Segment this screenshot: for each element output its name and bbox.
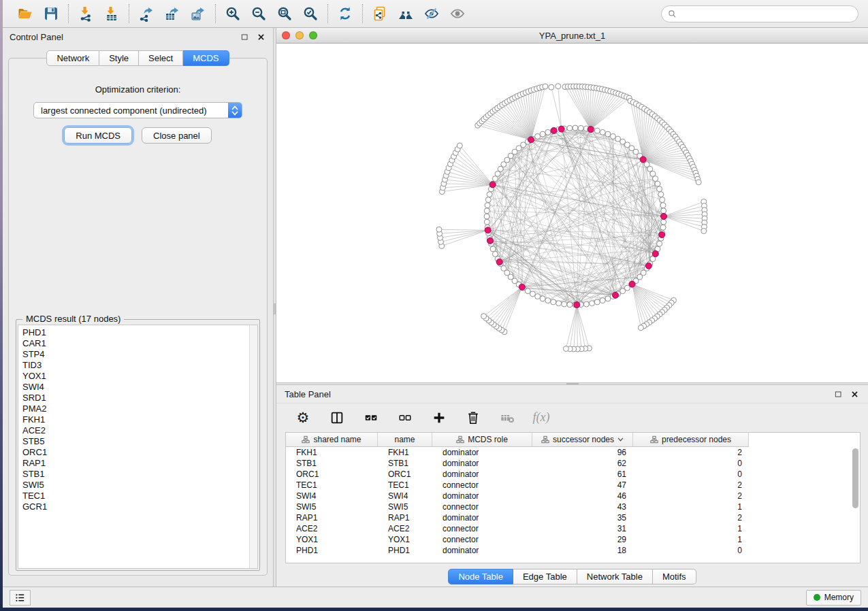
zoom-out-button[interactable] [248, 3, 270, 24]
leaf-node[interactable] [638, 325, 643, 331]
mcds-node-item[interactable]: RAP1 [22, 458, 257, 469]
search-box[interactable] [661, 5, 858, 22]
mcds-hub-node[interactable] [574, 302, 580, 308]
hide-details-button[interactable] [421, 3, 443, 24]
leaf-node[interactable] [481, 314, 487, 319]
horizontal-splitter[interactable] [276, 382, 868, 385]
share-document-button[interactable] [369, 3, 391, 24]
tab-motifs[interactable]: Motifs [653, 569, 696, 584]
network-node[interactable] [492, 251, 498, 257]
network-node[interactable] [535, 133, 541, 139]
network-node[interactable] [487, 192, 492, 197]
window-minimize-icon[interactable] [295, 31, 304, 39]
network-node[interactable] [545, 129, 551, 135]
table-row[interactable]: SWI4SWI4dominator462 [286, 491, 860, 501]
mcds-node-item[interactable]: STB5 [22, 436, 257, 447]
run-mcds-button[interactable]: Run MCDS [64, 127, 132, 144]
refresh-button[interactable] [334, 3, 356, 24]
mcds-hub-node[interactable] [652, 250, 658, 257]
save-button[interactable] [40, 3, 62, 24]
mcds-hub-node[interactable] [613, 292, 619, 298]
tab-edge-table[interactable]: Edge Table [513, 569, 577, 584]
column-header-shared-name[interactable]: shared name [286, 433, 378, 446]
network-node[interactable] [653, 176, 658, 182]
leaf-node[interactable] [563, 346, 568, 352]
float-panel-icon[interactable] [240, 32, 250, 42]
mcds-node-item[interactable]: TEC1 [22, 491, 257, 501]
network-node[interactable] [589, 301, 594, 306]
network-node[interactable] [484, 214, 489, 219]
network-node[interactable] [661, 208, 666, 214]
network-node[interactable] [600, 298, 605, 303]
network-node[interactable] [600, 129, 605, 135]
columns-button[interactable] [327, 408, 347, 428]
zoom-selected-button[interactable] [300, 3, 321, 24]
mcds-node-item[interactable]: CAR1 [22, 338, 257, 349]
mcds-node-item[interactable]: YOX1 [22, 371, 257, 382]
mcds-node-item[interactable]: PMA2 [22, 403, 257, 414]
network-node[interactable] [490, 246, 496, 252]
mcds-hub-node[interactable] [519, 284, 525, 290]
export-network-button[interactable] [135, 3, 157, 24]
mcds-hub-node[interactable] [640, 156, 646, 163]
select-all-button[interactable] [361, 408, 381, 428]
network-node[interactable] [658, 192, 664, 197]
network-node[interactable] [605, 131, 611, 137]
mcds-hub-node[interactable] [588, 127, 594, 133]
tab-node-table[interactable]: Node Table [448, 569, 513, 584]
mcds-hub-node[interactable] [551, 127, 557, 133]
leaf-node[interactable] [436, 227, 442, 232]
mcds-node-item[interactable]: SRD1 [22, 393, 257, 403]
leaf-node[interactable] [556, 84, 561, 89]
network-canvas[interactable] [276, 44, 868, 382]
vertical-splitter[interactable] [273, 28, 276, 587]
network-node[interactable] [556, 301, 562, 306]
add-row-button[interactable] [429, 408, 449, 428]
optimization-criterion-select[interactable]: largest connected component (undirected) [33, 102, 242, 118]
leaf-node[interactable] [543, 84, 548, 89]
network-node[interactable] [562, 301, 567, 307]
table-row[interactable]: STB1STB1dominator620 [286, 458, 860, 469]
network-node[interactable] [655, 181, 660, 186]
network-node[interactable] [660, 197, 665, 203]
network-node[interactable] [567, 302, 573, 308]
mcds-node-item[interactable]: TID3 [22, 360, 257, 371]
mcds-node-item[interactable]: SWI5 [22, 480, 257, 491]
leaf-node[interactable] [696, 180, 701, 185]
zoom-in-button[interactable] [222, 3, 244, 24]
network-node[interactable] [567, 125, 573, 131]
splitter-grip[interactable] [566, 383, 579, 384]
window-maximize-icon[interactable] [309, 31, 317, 39]
mcds-hub-node[interactable] [661, 214, 667, 220]
column-header-MCDS-role[interactable]: MCDS role [432, 433, 532, 446]
network-node[interactable] [594, 299, 600, 305]
task-history-button[interactable] [10, 590, 31, 606]
network-node[interactable] [484, 219, 489, 225]
settings-button[interactable]: ⚙ [293, 408, 313, 428]
search-network-button[interactable] [395, 3, 417, 24]
tab-network[interactable]: Network [46, 50, 99, 66]
leaf-node[interactable] [457, 143, 462, 148]
mcds-hub-node[interactable] [485, 227, 491, 233]
table-row[interactable]: RAP1RAP1dominator352 [286, 512, 860, 523]
network-node[interactable] [660, 203, 666, 208]
table-row[interactable]: TEC1TEC1connector472 [286, 480, 860, 491]
network-node[interactable] [660, 225, 666, 230]
mcds-result-list[interactable]: PHD1CAR1STP4TID3YOX1SWI4SRD1PMA2FKH1ACE2… [18, 325, 258, 569]
tab-style[interactable]: Style [99, 50, 139, 66]
window-close-icon[interactable] [282, 31, 290, 39]
mcds-node-item[interactable]: PHD1 [22, 327, 257, 338]
export-image-button[interactable] [187, 3, 209, 24]
table-row[interactable]: ACE2ACE2connector311 [286, 523, 860, 534]
table-row[interactable]: ORC1ORC1dominator610 [286, 469, 860, 480]
open-button[interactable] [14, 3, 36, 24]
delete-row-button[interactable] [463, 408, 483, 428]
export-table-button[interactable] [161, 3, 183, 24]
mcds-node-item[interactable]: SWI4 [22, 382, 257, 393]
network-node[interactable] [605, 296, 611, 301]
tab-select[interactable]: Select [139, 50, 183, 66]
mcds-hub-node[interactable] [489, 182, 496, 188]
search-input[interactable] [677, 9, 852, 18]
mcds-node-item[interactable]: STP4 [22, 349, 257, 360]
mcds-hub-node[interactable] [558, 126, 564, 132]
